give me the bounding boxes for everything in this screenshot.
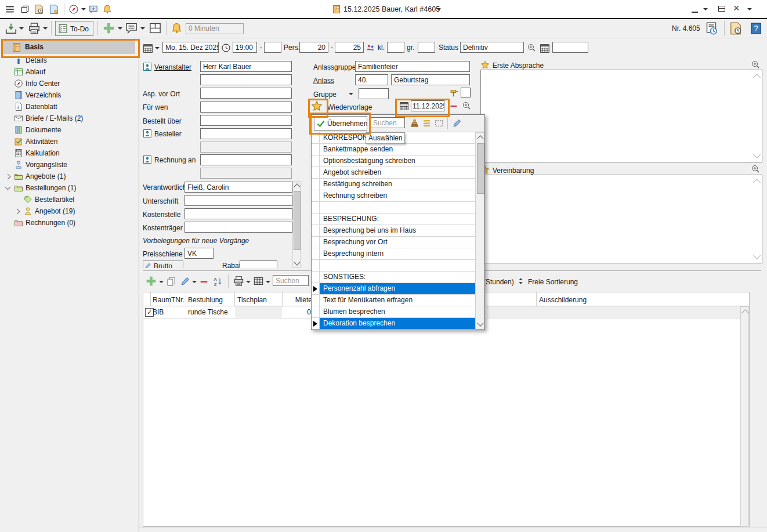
notification-bell-icon[interactable] bbox=[102, 4, 113, 15]
navigate-compass-icon[interactable] bbox=[68, 4, 79, 15]
anlass-field[interactable]: Geburtstag bbox=[391, 74, 470, 85]
document-clock-icon[interactable] bbox=[34, 4, 44, 15]
edit-pencil-icon[interactable] bbox=[180, 276, 190, 287]
popup-item[interactable]: Angebot schreiben bbox=[312, 167, 476, 179]
uebernehmen-button[interactable]: Übernehmen bbox=[314, 116, 367, 131]
popup-item[interactable]: Bestätigung schreiben bbox=[312, 179, 476, 190]
person-card-icon[interactable] bbox=[143, 129, 152, 138]
clock-icon[interactable] bbox=[221, 43, 231, 53]
stamp-icon[interactable] bbox=[410, 118, 419, 128]
anlass-nr-field[interactable]: 40. bbox=[355, 74, 388, 85]
reminder-bell-icon[interactable] bbox=[171, 22, 183, 34]
scroll-up-icon[interactable] bbox=[741, 309, 749, 317]
wiedervorlage-star-icon[interactable] bbox=[311, 100, 323, 112]
save-import-icon[interactable] bbox=[5, 22, 17, 35]
gruppe-field[interactable] bbox=[359, 88, 389, 99]
hamburger-menu-icon[interactable] bbox=[5, 4, 15, 15]
document-clock-icon[interactable] bbox=[729, 21, 743, 35]
veranstalter-field-2[interactable] bbox=[200, 74, 292, 85]
person-card-icon[interactable] bbox=[143, 62, 152, 71]
popup-scrollbar[interactable] bbox=[475, 132, 484, 330]
popup-item[interactable]: Blumen besprechen bbox=[312, 306, 476, 318]
todo-button[interactable]: To-Do bbox=[55, 21, 93, 36]
popup-item[interactable]: Bankettmappe senden bbox=[312, 144, 476, 155]
popup-item[interactable]: Besprechung bei uns im Haus bbox=[312, 225, 476, 237]
sidebar-item-bestellungen[interactable]: Bestellungen (1) bbox=[0, 182, 139, 194]
vereinbarung-textarea[interactable] bbox=[480, 175, 762, 263]
bestellt-ueber-field[interactable] bbox=[200, 115, 292, 126]
save-chevron-icon[interactable] bbox=[19, 27, 24, 32]
popup-item-selected[interactable]: Dekoration besprechen bbox=[312, 318, 476, 330]
preisschiene-field[interactable]: VK bbox=[184, 248, 214, 259]
reminder-minutes-field[interactable]: 0 Minuten bbox=[186, 23, 244, 34]
scroll-up-icon[interactable] bbox=[753, 179, 761, 186]
sidebar-item-angebote[interactable]: Angebote (1) bbox=[0, 171, 139, 182]
paint-roller-icon[interactable] bbox=[450, 88, 460, 98]
anlassgruppe-field[interactable]: Familienfeier bbox=[355, 61, 470, 72]
sidebar-item-ablauf[interactable]: Ablauf bbox=[0, 66, 139, 78]
chevron-down-icon[interactable] bbox=[81, 8, 86, 13]
verantwortlich-field[interactable]: Fleiß, Carolin bbox=[184, 182, 292, 193]
popup-item-sonstiges[interactable]: SONSTIGES: bbox=[312, 272, 476, 283]
scroll-down-icon[interactable] bbox=[294, 259, 300, 265]
panel-star-icon[interactable] bbox=[480, 60, 490, 70]
rooms-search-input[interactable]: Suchen bbox=[273, 275, 309, 286]
pers-min-field[interactable]: 20 bbox=[299, 42, 328, 53]
help-icon[interactable] bbox=[750, 22, 762, 35]
sidebar-item-angebot[interactable]: Angebot (19) bbox=[0, 205, 139, 217]
delete-minus-icon[interactable] bbox=[199, 277, 209, 287]
popup-search-input[interactable]: Suchen bbox=[370, 117, 405, 128]
popup-item-blank[interactable] bbox=[312, 202, 476, 213]
popup-item[interactable]: Besprechung intern bbox=[312, 248, 476, 260]
scroll-down-icon[interactable] bbox=[753, 252, 761, 259]
floorplan-icon[interactable] bbox=[149, 21, 162, 35]
popup-item[interactable]: Besprechung vor Ort bbox=[312, 237, 476, 248]
anlass-label[interactable]: Anlass bbox=[313, 77, 334, 85]
person-card-icon[interactable] bbox=[143, 155, 152, 164]
fuer-wen-field[interactable] bbox=[200, 102, 292, 113]
brutto-button[interactable]: Brutto bbox=[143, 260, 183, 268]
sort-az-icon[interactable] bbox=[212, 276, 223, 287]
table-chevron-icon[interactable] bbox=[266, 281, 270, 285]
collapse-chevron-icon[interactable] bbox=[5, 184, 11, 190]
minimize-button[interactable] bbox=[692, 12, 698, 13]
print-chevron-icon[interactable] bbox=[246, 281, 251, 285]
popup-item-blank[interactable] bbox=[312, 260, 476, 272]
rabatt-field[interactable] bbox=[240, 260, 277, 268]
col-tnr[interactable]: TNr. bbox=[171, 296, 184, 304]
scroll-down-icon[interactable] bbox=[477, 320, 483, 326]
calendar-icon[interactable] bbox=[143, 43, 153, 53]
scroll-up-icon[interactable] bbox=[477, 135, 483, 142]
magnifier-plus-icon[interactable] bbox=[462, 101, 471, 110]
row-add-chevron-icon[interactable] bbox=[159, 281, 164, 285]
sidebar-item-aktivitaeten[interactable]: Aktivitäten bbox=[0, 136, 139, 147]
veranstalter-field[interactable]: Herr Karl Bauer bbox=[200, 61, 292, 72]
sidebar-item-briefe-emails[interactable]: Briefe / E-Mails (2) bbox=[0, 113, 139, 124]
comment-icon[interactable] bbox=[125, 21, 138, 35]
sidebar-item-basis[interactable]: Basis bbox=[3, 41, 135, 54]
scrollbar-thumb[interactable] bbox=[477, 143, 484, 194]
dashed-selection-icon[interactable] bbox=[434, 118, 444, 128]
sidebar-item-details[interactable]: Details bbox=[0, 55, 139, 66]
kl-field[interactable] bbox=[387, 42, 404, 53]
scrollbar-thumb[interactable] bbox=[294, 191, 301, 250]
table-scrollbar[interactable] bbox=[740, 306, 749, 527]
popup-item-besprechung[interactable]: BESPRECHUNG: bbox=[312, 213, 476, 225]
remove-minus-icon[interactable] bbox=[449, 102, 458, 111]
erste-absprache-textarea[interactable] bbox=[480, 70, 762, 162]
kostentraeger-field[interactable] bbox=[184, 222, 292, 233]
sidebar-item-datenblatt[interactable]: Datenblatt bbox=[0, 101, 139, 113]
asp-vor-ort-field[interactable] bbox=[200, 88, 292, 99]
form-scrollbar[interactable] bbox=[292, 181, 301, 268]
table-view-icon[interactable] bbox=[253, 276, 264, 287]
maximize-button[interactable] bbox=[718, 6, 725, 12]
print-icon[interactable] bbox=[28, 22, 41, 35]
print-icon[interactable] bbox=[233, 276, 244, 287]
rechnung-an-field[interactable] bbox=[200, 154, 292, 165]
pers-max-field[interactable]: 25 bbox=[335, 42, 364, 53]
status-field[interactable]: Definitiv bbox=[460, 42, 524, 53]
col-ausschilderung[interactable]: Ausschilderung bbox=[539, 296, 587, 304]
extra-date-field[interactable] bbox=[552, 42, 588, 53]
comment-chevron-icon[interactable] bbox=[140, 27, 145, 32]
popup-item-selected[interactable]: Personenzahl abfragen bbox=[312, 283, 476, 295]
